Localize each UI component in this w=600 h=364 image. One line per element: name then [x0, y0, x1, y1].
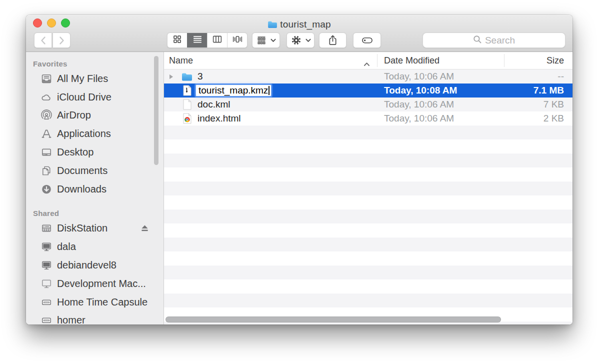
display-dark-icon — [40, 240, 52, 253]
sidebar-item-label: Desktop — [57, 146, 94, 158]
search-icon — [473, 35, 482, 46]
sidebar-item-airdrop[interactable]: AirDrop — [26, 106, 164, 125]
file-size: 7 KB — [544, 98, 564, 112]
search-input[interactable]: Search — [422, 32, 566, 48]
sidebar-item-development-mac[interactable]: Development Mac... — [26, 274, 164, 293]
file-size: 7.1 MB — [534, 84, 564, 98]
display-dark-icon — [40, 259, 52, 272]
finder-window: tourist_map — [26, 15, 572, 324]
sidebar-item-label: Home Time Capsule — [57, 296, 148, 308]
sidebar-item-all-my-files[interactable]: All My Files — [26, 70, 164, 88]
sidebar-item-label: homer — [57, 314, 86, 324]
proxy-folder-icon — [268, 20, 278, 28]
kmz-file-icon — [182, 85, 192, 96]
sidebar-item-diskstation[interactable]: DiskStation — [26, 220, 164, 238]
horizontal-scrollbar-thumb[interactable] — [166, 316, 501, 322]
column-divider[interactable] — [504, 54, 504, 67]
chevron-left-icon — [40, 36, 47, 46]
column-view-icon — [212, 34, 223, 46]
chevron-down-icon — [270, 38, 276, 42]
documents-icon — [40, 164, 52, 177]
view-mode-column-view[interactable] — [207, 33, 227, 48]
back-button[interactable] — [34, 32, 52, 48]
chevron-right-icon — [58, 36, 66, 46]
file-row-tourist-map-kmz[interactable]: tourist_map.kmzToday, 10:08 AM7.1 MB — [164, 84, 572, 98]
file-row-doc-kml[interactable]: doc.kmlToday, 10:06 AM7 KB — [164, 98, 572, 112]
sidebar-item-icloud-drive[interactable]: iCloud Drive — [26, 88, 164, 106]
view-mode-icon-view[interactable] — [168, 33, 187, 48]
sidebar-section-header-favorites: Favorites — [26, 58, 164, 70]
file-name: index.html — [198, 112, 241, 126]
desktop-background: tourist_map — [0, 0, 600, 364]
sidebar-item-label: Documents — [57, 165, 108, 176]
share-button[interactable] — [319, 32, 346, 48]
column-header-date-modified[interactable]: Date Modified — [384, 52, 440, 69]
gear-icon — [290, 34, 302, 46]
list-header: Name Date Modified Size — [164, 52, 572, 70]
window-body: FavoritesAll My FilesiCloud DriveAirDrop… — [26, 52, 572, 324]
airdrop-icon — [40, 109, 52, 122]
file-list-pane: Name Date Modified Size 3Today, 10:06 AM… — [164, 52, 572, 324]
coverflow-view-icon — [232, 34, 244, 46]
all-my-files-icon — [40, 72, 52, 85]
action-menu-button[interactable] — [286, 32, 314, 48]
column-header-size[interactable]: Size — [546, 52, 564, 69]
html-file-icon — [182, 113, 192, 124]
timecapsule-icon — [40, 296, 52, 308]
file-rows: 3Today, 10:06 AM--tourist_map.kmzToday, … — [164, 70, 572, 324]
sidebar-item-label: DiskStation — [57, 222, 108, 234]
blank-file-icon — [182, 99, 192, 110]
sidebar-item-label: dala — [57, 241, 76, 252]
sort-ascending-icon — [364, 58, 370, 69]
view-mode-cover-flow-view[interactable] — [227, 33, 247, 48]
file-name: 3 — [198, 70, 203, 84]
view-mode-segmented-control — [167, 32, 248, 48]
column-divider[interactable] — [377, 54, 378, 67]
file-row-index-html[interactable]: index.htmlToday, 10:06 AM2 KB — [164, 112, 572, 126]
sidebar-item-dala[interactable]: dala — [26, 238, 164, 256]
sidebar-item-label: Applications — [57, 128, 111, 140]
sidebar-item-desktop[interactable]: Desktop — [26, 143, 164, 162]
file-date-modified: Today, 10:06 AM — [384, 98, 454, 112]
timecapsule-icon — [40, 314, 52, 324]
sidebar-item-documents[interactable]: Documents — [26, 162, 164, 180]
eject-icon[interactable] — [140, 224, 149, 232]
sidebar-item-debiandevel8[interactable]: debiandevel8 — [26, 256, 164, 274]
tag-button[interactable] — [353, 32, 381, 48]
column-header-name[interactable]: Name — [169, 52, 193, 69]
window-title-area: tourist_map — [26, 20, 572, 30]
window-title: tourist_map — [280, 19, 330, 30]
file-name: doc.kml — [198, 98, 230, 112]
forward-button[interactable] — [52, 32, 70, 48]
file-row-3[interactable]: 3Today, 10:06 AM-- — [164, 70, 572, 84]
grid-view-icon — [172, 34, 182, 46]
diskstation-icon — [40, 222, 52, 234]
desktop-icon — [40, 146, 52, 158]
applications-icon — [40, 128, 52, 140]
sidebar-item-label: All My Files — [57, 73, 108, 84]
folder-icon — [182, 71, 192, 82]
share-icon — [328, 34, 338, 46]
sidebar-item-downloads[interactable]: Downloads — [26, 180, 164, 198]
search-placeholder: Search — [485, 35, 515, 46]
sidebar-item-label: debiandevel8 — [57, 260, 116, 271]
file-size: 2 KB — [544, 112, 564, 126]
downloads-icon — [40, 183, 52, 196]
file-date-modified: Today, 10:06 AM — [384, 112, 454, 126]
arrange-grid-icon — [256, 35, 267, 46]
sidebar-item-label: iCloud Drive — [57, 92, 112, 103]
arrange-button[interactable] — [252, 32, 280, 48]
list-view-icon — [192, 34, 203, 46]
sidebar-scrollbar-thumb[interactable] — [154, 56, 158, 165]
sidebar-item-label: Downloads — [57, 184, 106, 195]
rename-input[interactable]: tourist_map.kmz — [196, 84, 272, 96]
sidebar-item-homer[interactable]: homer — [26, 312, 164, 324]
disclosure-triangle-icon[interactable] — [169, 74, 174, 80]
file-date-modified: Today, 10:08 AM — [384, 84, 457, 98]
icloud-drive-icon — [40, 91, 52, 104]
display-light-icon — [40, 278, 52, 290]
view-mode-list-view[interactable] — [187, 33, 207, 48]
sidebar-item-home-time-capsule[interactable]: Home Time Capsule — [26, 293, 164, 312]
sidebar-item-applications[interactable]: Applications — [26, 124, 164, 143]
text-cursor — [268, 86, 270, 95]
